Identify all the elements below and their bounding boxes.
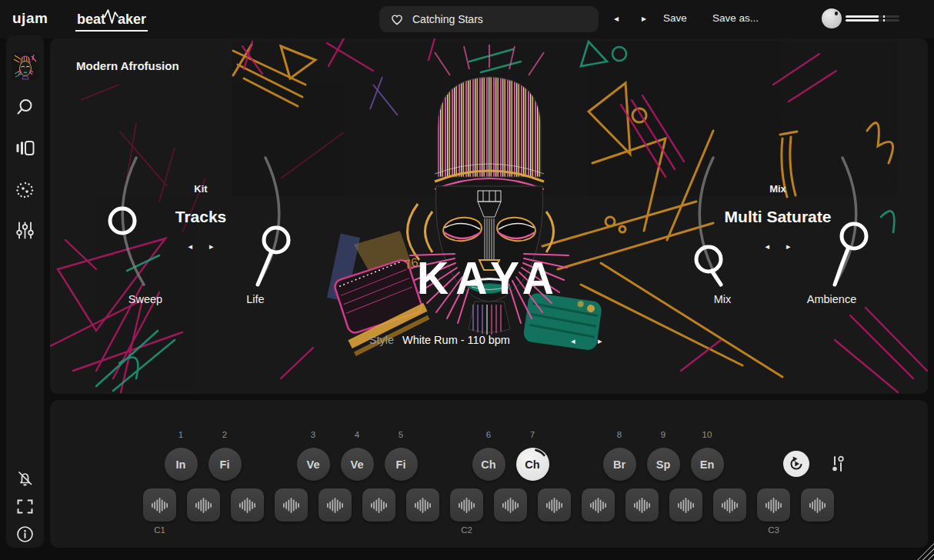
performance-mixer-icon[interactable]	[830, 455, 846, 473]
key-pad-9[interactable]	[494, 488, 527, 522]
preset-selector[interactable]: Catching Stars	[379, 6, 599, 32]
key-pad-4[interactable]	[275, 488, 308, 522]
style-part-pad-1[interactable]: In	[165, 448, 198, 481]
pad-number-8: 8	[603, 430, 635, 439]
mix-next-button[interactable]: ▸	[786, 241, 791, 252]
key-pad-2[interactable]	[187, 488, 220, 522]
style-part-pad-9[interactable]: Sp	[647, 448, 680, 481]
preset-style-name: Modern Afrofusion	[76, 59, 179, 72]
key-pad-7[interactable]	[406, 488, 439, 522]
fullscreen-icon[interactable]	[15, 497, 35, 516]
meter-left-channel	[846, 15, 899, 18]
waveform-icon	[195, 495, 213, 515]
info-icon[interactable]	[15, 525, 35, 544]
pad-number-10: 10	[691, 430, 723, 439]
key-pad-12[interactable]	[625, 488, 659, 522]
kit-browser-icon[interactable]	[15, 138, 35, 158]
key-pad-15[interactable]	[757, 488, 790, 522]
key-pad-1[interactable]	[143, 488, 176, 522]
avatar-mask-art	[12, 52, 39, 80]
octave-label-c3: C3	[757, 525, 790, 535]
previous-preset-button[interactable]: ◂	[610, 11, 622, 26]
beatmaker-logo: beat aker	[75, 8, 148, 32]
preset-name: Catching Stars	[412, 13, 483, 25]
style-part-pad-6[interactable]: Ch	[472, 448, 505, 481]
style-part-pad-4[interactable]: Ve	[341, 448, 374, 481]
master-volume-knob[interactable]	[822, 8, 842, 28]
waveform-icon	[414, 495, 432, 515]
style-part-pad-10[interactable]: En	[691, 448, 724, 481]
mix-selector-arrows: ◂ ▸	[716, 241, 839, 252]
pad-number-6: 6	[472, 430, 505, 439]
notifications-off-icon[interactable]	[15, 469, 35, 488]
waveform-icon	[721, 495, 739, 515]
key-pad-3[interactable]	[231, 488, 264, 522]
waveform-icon	[151, 495, 169, 515]
key-pad-10[interactable]	[538, 488, 571, 522]
ujam-logo: ujam	[12, 10, 48, 27]
meter-right-channel	[846, 19, 899, 22]
mix-section-label: Mix	[716, 183, 839, 195]
favorite-heart-icon[interactable]	[389, 12, 405, 27]
style-part-pad-7[interactable]: Ch	[516, 448, 549, 481]
waveform-icon	[545, 495, 564, 515]
key-pad-6[interactable]	[362, 488, 395, 522]
waveform-icon	[326, 495, 345, 515]
waveform-icon	[809, 495, 827, 515]
stage-panel: 76 Modern Afrofusio	[50, 38, 928, 394]
style-part-pad-8[interactable]: Br	[603, 448, 636, 481]
waveform-m-icon	[105, 8, 118, 24]
kaya-logo: KAYA	[50, 252, 928, 305]
beatmaker-logo-text-right: aker	[118, 12, 146, 28]
pads-grid-icon[interactable]	[15, 180, 35, 199]
pad-number-9: 9	[647, 430, 679, 439]
style-part-pad-5[interactable]: Fi	[385, 448, 418, 481]
waveform-icon	[458, 495, 476, 515]
top-toolbar: ujam beat aker Catching Stars ◂ ▸ Save S…	[0, 0, 934, 38]
waveform-icon	[633, 495, 652, 515]
key-pad-5[interactable]	[319, 488, 352, 522]
pad-number-1: 1	[165, 430, 197, 439]
mix-selector-value[interactable]: Multi Saturate	[693, 208, 862, 226]
pads-panel: 1In2Fi3Ve4Ve5Fi6Ch7Ch8Br9Sp10EnC1C2C3	[50, 400, 928, 548]
pad-number-4: 4	[341, 430, 373, 439]
key-pad-16[interactable]	[801, 488, 834, 522]
kit-selector-value[interactable]: Tracks	[116, 208, 285, 226]
pad-progress-arc	[516, 448, 549, 481]
waveform-icon	[502, 495, 520, 515]
waveform-icon	[370, 495, 389, 515]
mixer-sliders-icon[interactable]	[15, 221, 35, 240]
kit-selector-arrows: ◂ ▸	[139, 241, 262, 252]
kit-next-button[interactable]: ▸	[209, 241, 214, 252]
pad-number-2: 2	[208, 430, 241, 439]
style-part-pad-3[interactable]: Ve	[297, 448, 330, 481]
waveform-icon	[282, 495, 301, 515]
loop-toggle-button[interactable]	[783, 451, 809, 477]
search-icon[interactable]	[15, 98, 35, 117]
loop-replay-icon	[789, 456, 804, 472]
pad-number-5: 5	[385, 430, 417, 439]
kit-section-label: Kit	[139, 183, 262, 195]
output-level-meter	[846, 15, 899, 23]
style-next-button[interactable]: ▸	[598, 335, 602, 346]
preset-artwork-avatar[interactable]	[12, 52, 39, 80]
save-as-button[interactable]: Save as...	[712, 12, 759, 24]
next-preset-button[interactable]: ▸	[638, 11, 650, 26]
key-pad-8[interactable]	[450, 488, 483, 522]
key-pad-14[interactable]	[713, 488, 746, 522]
octave-label-c1: C1	[143, 525, 176, 535]
waveform-icon	[589, 495, 608, 515]
style-prev-button[interactable]: ◂	[571, 335, 575, 346]
left-sidebar	[6, 35, 44, 548]
mix-prev-button[interactable]: ◂	[765, 241, 769, 252]
style-part-pad-2[interactable]: Fi	[208, 448, 242, 481]
style-value[interactable]: White Rum - 110 bpm	[402, 334, 510, 346]
waveform-icon	[677, 495, 695, 515]
key-pad-11[interactable]	[582, 488, 615, 522]
beatmaker-logo-text-left: beat	[77, 12, 105, 28]
style-label: Style	[336, 334, 394, 346]
kit-prev-button[interactable]: ◂	[188, 241, 192, 252]
pad-number-7: 7	[516, 430, 549, 439]
key-pad-13[interactable]	[669, 488, 702, 522]
save-button[interactable]: Save	[663, 12, 687, 24]
